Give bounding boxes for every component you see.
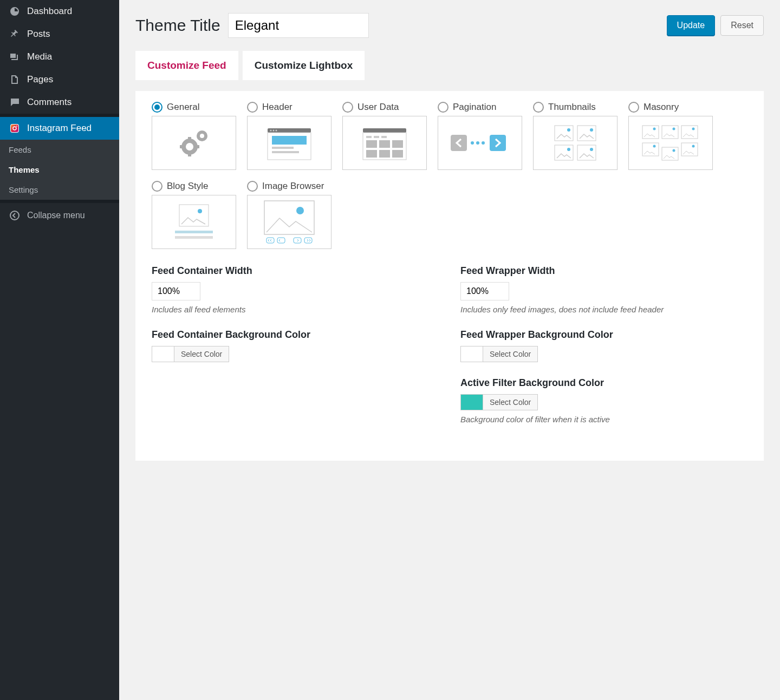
svg-point-42	[590, 128, 593, 132]
layout-label: General	[167, 102, 199, 113]
collapse-label: Collapse menu	[27, 211, 85, 220]
tab-customize-feed[interactable]: Customize Feed	[135, 51, 238, 80]
layout-option-blog-style[interactable]: Blog Style	[152, 181, 236, 249]
update-button[interactable]: Update	[667, 15, 716, 36]
sidebar-subitem-feeds[interactable]: Feeds	[0, 140, 119, 160]
svg-point-52	[673, 128, 675, 130]
svg-point-14	[270, 130, 272, 132]
svg-point-34	[476, 141, 479, 145]
svg-rect-18	[272, 136, 307, 145]
layout-option-header[interactable]: Header	[247, 102, 332, 170]
svg-rect-27	[379, 140, 390, 148]
tab-customize-lightbox[interactable]: Customize Lightbox	[243, 51, 365, 80]
layout-option-thumbnails[interactable]: Thumbnails	[533, 102, 618, 170]
svg-point-62	[296, 207, 304, 214]
radio-icon[interactable]	[342, 102, 353, 113]
svg-point-53	[692, 128, 695, 130]
instagram-icon	[9, 122, 21, 134]
layout-preview	[533, 116, 618, 170]
select-color-button[interactable]: Select Color	[174, 346, 229, 362]
svg-rect-21	[363, 128, 406, 133]
theme-title-input[interactable]	[228, 13, 369, 38]
sidebar-submenu: Feeds Themes Settings	[0, 140, 119, 200]
color-swatch[interactable]	[460, 394, 483, 410]
layout-option-pagination[interactable]: Pagination	[438, 102, 522, 170]
radio-icon[interactable]	[628, 102, 639, 113]
sidebar-label: Posts	[27, 29, 50, 40]
sidebar-label: Media	[27, 51, 52, 62]
select-color-button[interactable]: Select Color	[483, 394, 538, 410]
feed-container-width-label: Feed Container Width	[152, 265, 439, 277]
sidebar-item-instagram-feed[interactable]: Instagram Feed	[0, 117, 119, 140]
layout-option-image-browser[interactable]: Image Browser	[247, 181, 332, 249]
layout-preview	[152, 116, 236, 170]
svg-point-15	[273, 130, 275, 132]
sidebar-label: Instagram Feed	[27, 123, 92, 134]
layout-option-user-data[interactable]: User Data	[342, 102, 427, 170]
sidebar-item-posts[interactable]: Posts	[0, 23, 119, 45]
sidebar-item-pages[interactable]: Pages	[0, 68, 119, 91]
svg-rect-32	[451, 135, 467, 151]
form-col-right: Feed Wrapper Width Includes only feed im…	[460, 265, 748, 439]
svg-rect-25	[381, 136, 387, 138]
collapse-menu[interactable]: Collapse menu	[0, 203, 119, 228]
sidebar-subitem-settings[interactable]: Settings	[0, 180, 119, 200]
sidebar-item-media[interactable]: Media	[0, 45, 119, 68]
layout-preview	[152, 195, 236, 249]
sidebar-item-comments[interactable]: Comments	[0, 91, 119, 114]
layout-option-general[interactable]: General	[152, 102, 236, 170]
main-content: Theme Title Update Reset Customize Feed …	[119, 0, 780, 700]
color-swatch[interactable]	[460, 346, 483, 362]
reset-button[interactable]: Reset	[720, 15, 764, 36]
svg-point-58	[198, 209, 202, 213]
svg-point-55	[673, 149, 675, 152]
feed-container-width-input[interactable]	[152, 282, 200, 300]
radio-icon[interactable]	[438, 102, 448, 113]
customize-tabs: Customize Feed Customize Lightbox	[135, 51, 764, 80]
active-filter-bg-hint: Background color of filter when it is ac…	[460, 415, 748, 424]
page-header: Theme Title Update Reset	[135, 13, 764, 38]
svg-rect-24	[374, 136, 379, 138]
radio-icon[interactable]	[247, 181, 258, 192]
svg-rect-9	[188, 137, 191, 140]
sidebar-label: Dashboard	[27, 6, 72, 17]
svg-rect-20	[272, 151, 299, 153]
radio-icon[interactable]	[533, 102, 544, 113]
layout-label: Header	[262, 102, 292, 113]
settings-panel: General Header	[135, 91, 764, 461]
comments-icon	[9, 96, 21, 108]
layout-preview	[628, 116, 713, 170]
sidebar-item-dashboard[interactable]: Dashboard	[0, 0, 119, 23]
feed-wrapper-width-hint: Includes only feed images, does not incl…	[460, 305, 748, 314]
pin-icon	[9, 28, 21, 40]
layout-preview	[247, 195, 332, 249]
layout-options: General Header	[152, 102, 748, 249]
feed-wrapper-bg-label: Feed Wrapper Background Color	[460, 329, 748, 341]
svg-point-16	[276, 130, 277, 132]
svg-point-41	[567, 128, 570, 132]
svg-rect-47	[681, 126, 698, 139]
color-swatch[interactable]	[152, 346, 174, 362]
layout-label: Thumbnails	[548, 102, 596, 113]
svg-rect-65	[294, 238, 301, 243]
layout-label: Pagination	[453, 102, 496, 113]
radio-icon[interactable]	[247, 102, 258, 113]
collapse-icon	[9, 210, 21, 221]
svg-rect-26	[366, 140, 377, 148]
svg-point-4	[10, 211, 19, 220]
layout-preview	[247, 116, 332, 170]
sidebar-label: Pages	[27, 74, 53, 85]
sidebar-subitem-themes[interactable]: Themes	[0, 160, 119, 180]
feed-wrapper-width-input[interactable]	[460, 282, 509, 300]
layout-option-masonry[interactable]: Masonry	[628, 102, 713, 170]
radio-icon[interactable]	[152, 181, 162, 192]
select-color-button[interactable]: Select Color	[483, 346, 538, 362]
svg-rect-12	[196, 145, 199, 148]
svg-rect-30	[379, 150, 390, 158]
svg-rect-64	[277, 238, 285, 243]
layout-label: User Data	[358, 102, 399, 113]
svg-point-43	[567, 148, 570, 151]
radio-icon[interactable]	[152, 102, 162, 113]
svg-point-54	[653, 145, 656, 148]
media-icon	[9, 51, 21, 63]
